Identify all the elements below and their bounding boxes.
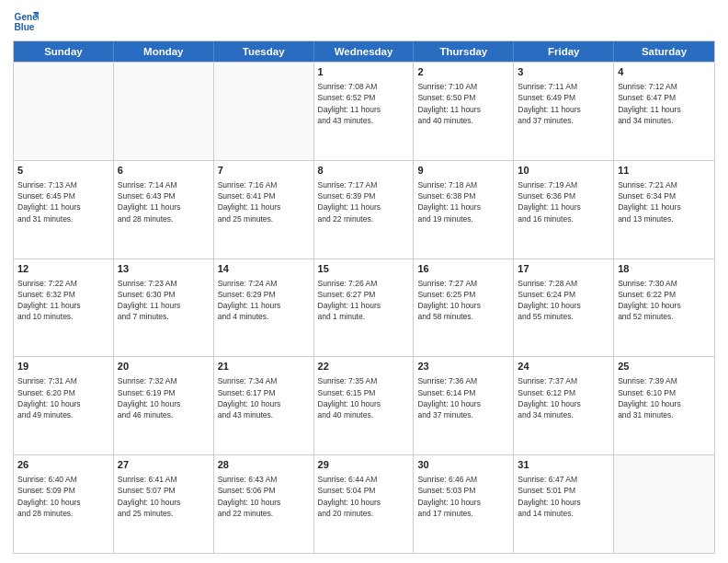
calendar-cell: 10Sunrise: 7:19 AM Sunset: 6:36 PM Dayli… bbox=[514, 161, 614, 259]
calendar-cell: 26Sunrise: 6:40 AM Sunset: 5:09 PM Dayli… bbox=[14, 455, 114, 553]
cell-info-text: Sunrise: 7:23 AM Sunset: 6:30 PM Dayligh… bbox=[118, 278, 210, 323]
cell-info-text: Sunrise: 6:40 AM Sunset: 5:09 PM Dayligh… bbox=[17, 474, 109, 519]
cell-info-text: Sunrise: 7:17 AM Sunset: 6:39 PM Dayligh… bbox=[318, 179, 410, 224]
calendar-week-2: 5Sunrise: 7:13 AM Sunset: 6:45 PM Daylig… bbox=[14, 160, 714, 259]
cell-info-text: Sunrise: 7:13 AM Sunset: 6:45 PM Dayligh… bbox=[17, 179, 109, 224]
calendar-cell: 8Sunrise: 7:17 AM Sunset: 6:39 PM Daylig… bbox=[314, 161, 415, 259]
cell-info-text: Sunrise: 7:37 AM Sunset: 6:12 PM Dayligh… bbox=[518, 375, 609, 420]
cell-date-number: 15 bbox=[318, 262, 410, 277]
calendar-cell: 21Sunrise: 7:34 AM Sunset: 6:17 PM Dayli… bbox=[214, 357, 314, 454]
header-day-saturday: Saturday bbox=[614, 41, 714, 62]
cell-date-number: 7 bbox=[218, 164, 310, 178]
cell-info-text: Sunrise: 7:39 AM Sunset: 6:10 PM Dayligh… bbox=[618, 375, 711, 420]
cell-date-number: 16 bbox=[417, 262, 509, 277]
calendar-cell: 2Sunrise: 7:10 AM Sunset: 6:50 PM Daylig… bbox=[414, 63, 514, 160]
calendar-cell: 27Sunrise: 6:41 AM Sunset: 5:07 PM Dayli… bbox=[114, 455, 214, 553]
calendar-cell: 1Sunrise: 7:08 AM Sunset: 6:52 PM Daylig… bbox=[314, 63, 415, 160]
cell-date-number: 10 bbox=[518, 164, 609, 178]
cell-info-text: Sunrise: 7:24 AM Sunset: 6:29 PM Dayligh… bbox=[218, 278, 310, 323]
logo: General Blue bbox=[13, 9, 39, 35]
calendar-cell: 23Sunrise: 7:36 AM Sunset: 6:14 PM Dayli… bbox=[414, 357, 514, 454]
calendar: SundayMondayTuesdayWednesdayThursdayFrid… bbox=[13, 40, 715, 554]
cell-info-text: Sunrise: 7:16 AM Sunset: 6:41 PM Dayligh… bbox=[218, 179, 310, 224]
calendar-cell bbox=[114, 63, 214, 160]
cell-info-text: Sunrise: 7:19 AM Sunset: 6:36 PM Dayligh… bbox=[518, 179, 609, 224]
calendar-week-5: 26Sunrise: 6:40 AM Sunset: 5:09 PM Dayli… bbox=[14, 454, 714, 553]
cell-date-number: 30 bbox=[417, 458, 509, 473]
cell-date-number: 2 bbox=[417, 65, 509, 80]
calendar-cell: 18Sunrise: 7:30 AM Sunset: 6:22 PM Dayli… bbox=[614, 259, 714, 357]
cell-date-number: 25 bbox=[618, 360, 711, 374]
cell-date-number: 20 bbox=[118, 360, 210, 374]
cell-date-number: 12 bbox=[17, 262, 109, 277]
calendar-cell bbox=[614, 455, 714, 553]
cell-date-number: 22 bbox=[318, 360, 410, 374]
calendar-cell: 7Sunrise: 7:16 AM Sunset: 6:41 PM Daylig… bbox=[214, 161, 314, 259]
cell-info-text: Sunrise: 7:30 AM Sunset: 6:22 PM Dayligh… bbox=[618, 278, 711, 323]
cell-date-number: 19 bbox=[17, 360, 109, 374]
calendar-cell bbox=[14, 63, 114, 160]
calendar-cell: 30Sunrise: 6:46 AM Sunset: 5:03 PM Dayli… bbox=[414, 455, 514, 553]
cell-date-number: 5 bbox=[17, 164, 109, 178]
cell-date-number: 18 bbox=[618, 262, 711, 277]
calendar-cell: 16Sunrise: 7:27 AM Sunset: 6:25 PM Dayli… bbox=[414, 259, 514, 357]
cell-info-text: Sunrise: 7:31 AM Sunset: 6:20 PM Dayligh… bbox=[17, 375, 109, 420]
header-day-tuesday: Tuesday bbox=[214, 41, 314, 62]
calendar-cell bbox=[214, 63, 314, 160]
cell-info-text: Sunrise: 7:14 AM Sunset: 6:43 PM Dayligh… bbox=[118, 179, 210, 224]
cell-date-number: 6 bbox=[118, 164, 210, 178]
cell-info-text: Sunrise: 6:43 AM Sunset: 5:06 PM Dayligh… bbox=[218, 474, 310, 519]
cell-date-number: 27 bbox=[118, 458, 210, 473]
header-day-wednesday: Wednesday bbox=[314, 41, 415, 62]
calendar-cell: 6Sunrise: 7:14 AM Sunset: 6:43 PM Daylig… bbox=[114, 161, 214, 259]
calendar-cell: 19Sunrise: 7:31 AM Sunset: 6:20 PM Dayli… bbox=[14, 357, 114, 454]
cell-date-number: 23 bbox=[417, 360, 509, 374]
cell-info-text: Sunrise: 7:10 AM Sunset: 6:50 PM Dayligh… bbox=[417, 81, 509, 126]
cell-info-text: Sunrise: 7:12 AM Sunset: 6:47 PM Dayligh… bbox=[618, 81, 711, 126]
cell-info-text: Sunrise: 7:22 AM Sunset: 6:32 PM Dayligh… bbox=[17, 278, 109, 323]
header-day-sunday: Sunday bbox=[14, 41, 114, 62]
calendar-cell: 28Sunrise: 6:43 AM Sunset: 5:06 PM Dayli… bbox=[214, 455, 314, 553]
cell-date-number: 4 bbox=[618, 65, 711, 80]
cell-date-number: 17 bbox=[518, 262, 609, 277]
cell-info-text: Sunrise: 7:35 AM Sunset: 6:15 PM Dayligh… bbox=[318, 375, 410, 420]
calendar-week-3: 12Sunrise: 7:22 AM Sunset: 6:32 PM Dayli… bbox=[14, 259, 714, 357]
calendar-cell: 9Sunrise: 7:18 AM Sunset: 6:38 PM Daylig… bbox=[414, 161, 514, 259]
cell-date-number: 29 bbox=[318, 458, 410, 473]
calendar-cell: 31Sunrise: 6:47 AM Sunset: 5:01 PM Dayli… bbox=[514, 455, 614, 553]
calendar-cell: 14Sunrise: 7:24 AM Sunset: 6:29 PM Dayli… bbox=[214, 259, 314, 357]
calendar-cell: 22Sunrise: 7:35 AM Sunset: 6:15 PM Dayli… bbox=[314, 357, 415, 454]
cell-info-text: Sunrise: 7:34 AM Sunset: 6:17 PM Dayligh… bbox=[218, 375, 310, 420]
header-day-thursday: Thursday bbox=[414, 41, 514, 62]
calendar-cell: 15Sunrise: 7:26 AM Sunset: 6:27 PM Dayli… bbox=[314, 259, 415, 357]
calendar-cell: 12Sunrise: 7:22 AM Sunset: 6:32 PM Dayli… bbox=[14, 259, 114, 357]
calendar-week-4: 19Sunrise: 7:31 AM Sunset: 6:20 PM Dayli… bbox=[14, 356, 714, 454]
svg-text:Blue: Blue bbox=[15, 22, 35, 32]
calendar-cell: 3Sunrise: 7:11 AM Sunset: 6:49 PM Daylig… bbox=[514, 63, 614, 160]
cell-date-number: 1 bbox=[318, 65, 410, 80]
calendar-cell: 4Sunrise: 7:12 AM Sunset: 6:47 PM Daylig… bbox=[614, 63, 714, 160]
cell-date-number: 14 bbox=[218, 262, 310, 277]
header-day-friday: Friday bbox=[514, 41, 614, 62]
calendar-cell: 25Sunrise: 7:39 AM Sunset: 6:10 PM Dayli… bbox=[614, 357, 714, 454]
calendar-week-1: 1Sunrise: 7:08 AM Sunset: 6:52 PM Daylig… bbox=[14, 62, 714, 160]
calendar-cell: 29Sunrise: 6:44 AM Sunset: 5:04 PM Dayli… bbox=[314, 455, 415, 553]
page-header: General Blue bbox=[13, 9, 715, 35]
cell-info-text: Sunrise: 7:32 AM Sunset: 6:19 PM Dayligh… bbox=[118, 375, 210, 420]
cell-info-text: Sunrise: 7:28 AM Sunset: 6:24 PM Dayligh… bbox=[518, 278, 609, 323]
cell-date-number: 9 bbox=[417, 164, 509, 178]
cell-date-number: 31 bbox=[518, 458, 609, 473]
cell-date-number: 21 bbox=[218, 360, 310, 374]
calendar-cell: 24Sunrise: 7:37 AM Sunset: 6:12 PM Dayli… bbox=[514, 357, 614, 454]
cell-date-number: 13 bbox=[118, 262, 210, 277]
calendar-header-row: SundayMondayTuesdayWednesdayThursdayFrid… bbox=[14, 41, 714, 62]
calendar-cell: 13Sunrise: 7:23 AM Sunset: 6:30 PM Dayli… bbox=[114, 259, 214, 357]
cell-info-text: Sunrise: 7:08 AM Sunset: 6:52 PM Dayligh… bbox=[318, 81, 410, 126]
logo-icon: General Blue bbox=[13, 9, 39, 35]
cell-date-number: 26 bbox=[17, 458, 109, 473]
calendar-body: 1Sunrise: 7:08 AM Sunset: 6:52 PM Daylig… bbox=[14, 62, 714, 553]
cell-info-text: Sunrise: 7:27 AM Sunset: 6:25 PM Dayligh… bbox=[417, 278, 509, 323]
calendar-cell: 17Sunrise: 7:28 AM Sunset: 6:24 PM Dayli… bbox=[514, 259, 614, 357]
calendar-cell: 5Sunrise: 7:13 AM Sunset: 6:45 PM Daylig… bbox=[14, 161, 114, 259]
cell-info-text: Sunrise: 6:47 AM Sunset: 5:01 PM Dayligh… bbox=[518, 474, 609, 519]
